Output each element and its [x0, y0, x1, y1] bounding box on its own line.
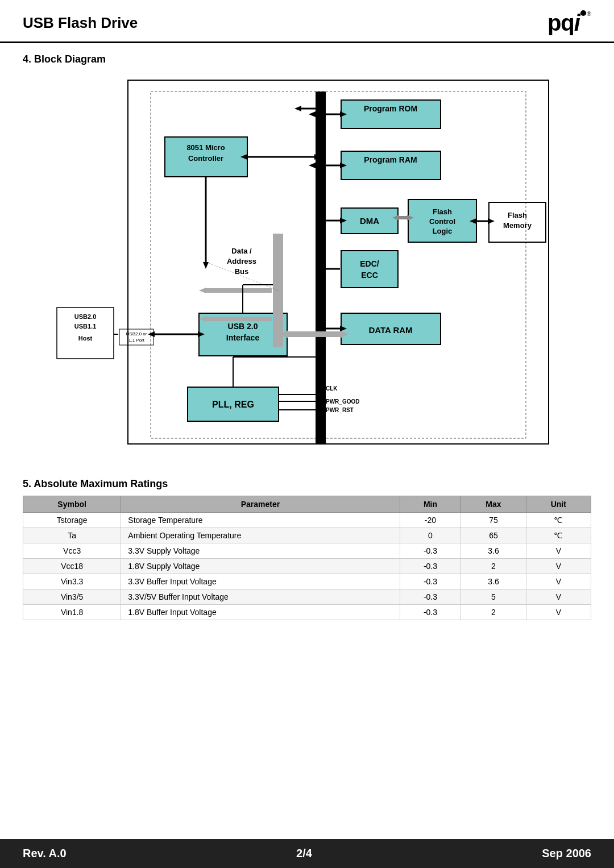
svg-text:Logic: Logic — [433, 227, 453, 235]
logo-reg: ® — [587, 10, 591, 17]
svg-text:Data /: Data / — [231, 247, 252, 255]
ratings-title: 5. Absolute Maximum Ratings — [23, 478, 591, 490]
svg-text:Host: Host — [78, 335, 93, 342]
table-cell: -0.3 — [400, 605, 461, 620]
col-max: Max — [461, 496, 526, 513]
table-cell: 2 — [461, 559, 526, 574]
svg-text:Flash: Flash — [433, 207, 452, 216]
svg-text:USB 2.0: USB 2.0 — [228, 322, 258, 331]
table-cell: Ambient Operating Temperature — [121, 528, 400, 543]
table-cell: 75 — [461, 513, 526, 528]
footer-date: Sep 2006 — [542, 847, 591, 860]
table-row: TstorageStorage Temperature-2075℃ — [23, 513, 591, 528]
svg-text:USB2.0 or: USB2.0 or — [126, 331, 147, 337]
table-cell: 3.6 — [461, 543, 526, 559]
table-cell: V — [526, 543, 591, 559]
table-row: Vcc33.3V Supply Voltage-0.33.6V — [23, 543, 591, 559]
diagram-svg: Program ROM Program RAM 8051 Micro Contr… — [40, 74, 574, 461]
table-cell: V — [526, 589, 591, 605]
svg-text:Bus: Bus — [235, 267, 249, 276]
table-cell: -0.3 — [400, 543, 461, 559]
svg-text:PWR_GOOD: PWR_GOOD — [326, 398, 359, 405]
svg-text:PWR_RST: PWR_RST — [326, 407, 354, 413]
table-cell: -0.3 — [400, 574, 461, 589]
svg-text:USB1.1: USB1.1 — [74, 323, 97, 330]
table-cell: Tstorage — [23, 513, 121, 528]
table-cell: V — [526, 605, 591, 620]
svg-text:ECC: ECC — [361, 271, 378, 280]
table-cell: Vin1.8 — [23, 605, 121, 620]
table-cell: V — [526, 559, 591, 574]
svg-text:8051 Micro: 8051 Micro — [186, 143, 225, 152]
table-cell: Vcc3 — [23, 543, 121, 559]
svg-marker-51 — [203, 262, 209, 269]
page-header: USB Flash Drive pq i ® — [0, 0, 614, 43]
svg-text:1.1 Port: 1.1 Port — [128, 338, 145, 343]
svg-marker-89 — [199, 288, 206, 293]
svg-text:EDC/: EDC/ — [360, 259, 379, 268]
svg-text:DATA RAM: DATA RAM — [368, 325, 412, 335]
svg-text:Program RAM: Program RAM — [364, 155, 417, 164]
table-cell: ℃ — [526, 513, 591, 528]
table-row: Vin1.81.8V Buffer Input Voltage-0.32V — [23, 605, 591, 620]
table-cell: 1.8V Buffer Input Voltage — [121, 605, 400, 620]
table-cell: 3.3V Supply Voltage — [121, 543, 400, 559]
footer-rev: Rev. A.0 — [23, 847, 67, 860]
block-diagram-title: 4. Block Diagram — [23, 53, 591, 65]
svg-text:USB2.0: USB2.0 — [74, 313, 97, 320]
table-cell: 65 — [461, 528, 526, 543]
svg-text:PLL, REG: PLL, REG — [212, 400, 254, 409]
svg-text:DMA: DMA — [360, 216, 379, 226]
table-cell: Vcc18 — [23, 559, 121, 574]
svg-marker-43 — [309, 111, 316, 117]
table-cell: 0 — [400, 528, 461, 543]
col-min: Min — [400, 496, 461, 513]
table-row: Vin3.33.3V Buffer Input Voltage-0.33.6V — [23, 574, 591, 589]
svg-text:Controller: Controller — [188, 154, 223, 163]
page-title: USB Flash Drive — [23, 14, 138, 32]
table-cell: V — [526, 574, 591, 589]
table-row: TaAmbient Operating Temperature065℃ — [23, 528, 591, 543]
svg-text:Address: Address — [227, 257, 256, 265]
footer-page: 2/4 — [296, 847, 312, 860]
table-cell: 3.3V/5V Buffer Input Voltage — [121, 589, 400, 605]
table-cell: -20 — [400, 513, 461, 528]
table-cell: -0.3 — [400, 559, 461, 574]
table-cell: Vin3/5 — [23, 589, 121, 605]
svg-text:Control: Control — [429, 217, 455, 226]
svg-marker-42 — [294, 106, 301, 111]
table-cell: 2 — [461, 605, 526, 620]
table-row: Vcc181.8V Supply Voltage-0.32V — [23, 559, 591, 574]
svg-rect-21 — [341, 251, 398, 288]
page-footer: Rev. A.0 2/4 Sep 2006 — [0, 839, 614, 868]
table-cell: Ta — [23, 528, 121, 543]
table-cell: 5 — [461, 589, 526, 605]
table-cell: Storage Temperature — [121, 513, 400, 528]
logo-dot — [580, 10, 586, 16]
table-cell: ℃ — [526, 528, 591, 543]
col-symbol: Symbol — [23, 496, 121, 513]
ratings-section: 5. Absolute Maximum Ratings Symbol Param… — [23, 478, 591, 620]
table-cell: -0.3 — [400, 589, 461, 605]
main-content: 4. Block Diagram Program ROM Program RAM… — [0, 43, 614, 620]
table-cell: Vin3.3 — [23, 574, 121, 589]
col-unit: Unit — [526, 496, 591, 513]
table-cell: 1.8V Supply Voltage — [121, 559, 400, 574]
table-row: Vin3/53.3V/5V Buffer Input Voltage-0.35V — [23, 589, 591, 605]
svg-text:Interface: Interface — [226, 333, 260, 342]
svg-text:CLK: CLK — [326, 385, 338, 392]
table-cell: 3.6 — [461, 574, 526, 589]
table-cell: 3.3V Buffer Input Voltage — [121, 574, 400, 589]
ratings-table: Symbol Parameter Min Max Unit TstorageSt… — [23, 496, 591, 620]
svg-marker-46 — [309, 163, 316, 168]
logo: pq i ® — [547, 10, 591, 36]
svg-marker-60 — [488, 218, 495, 224]
svg-text:Flash: Flash — [508, 211, 527, 219]
svg-text:Program ROM: Program ROM — [364, 104, 417, 113]
col-parameter: Parameter — [121, 496, 400, 513]
block-diagram: Program ROM Program RAM 8051 Micro Contr… — [40, 74, 574, 461]
svg-text:Memory: Memory — [503, 221, 532, 230]
